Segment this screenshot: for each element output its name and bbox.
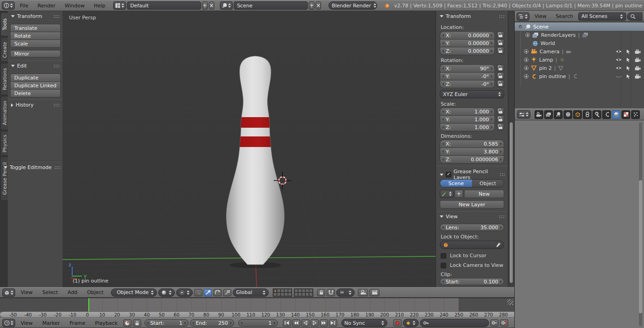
editor-type-properties-button[interactable] bbox=[517, 110, 530, 119]
auto-keyframe-button[interactable] bbox=[393, 319, 402, 327]
snap-element-select[interactable] bbox=[336, 288, 355, 297]
menu-help[interactable]: Help bbox=[90, 3, 109, 9]
menu-file[interactable]: File bbox=[16, 3, 32, 9]
lock-frame-button[interactable] bbox=[133, 319, 141, 327]
panel-header-view[interactable]: View bbox=[440, 214, 505, 220]
scale-y-field[interactable]: Y:1.000 bbox=[440, 116, 494, 123]
dimensions-y-field[interactable]: Y:3.800 bbox=[440, 148, 504, 155]
outliner-row-pin-outline[interactable]: pin outline | bbox=[515, 72, 644, 80]
lock-to-cursor-checkbox[interactable] bbox=[441, 253, 446, 259]
mirror-button[interactable]: Mirror bbox=[10, 50, 61, 57]
editor-type-3dview-button[interactable] bbox=[2, 288, 15, 297]
rotation-z-field[interactable]: Z:-0° bbox=[440, 80, 494, 88]
cursor-arrow-icon[interactable] bbox=[626, 49, 631, 55]
tab-modifiers[interactable] bbox=[592, 110, 601, 119]
gp-new-button[interactable]: New bbox=[464, 190, 504, 198]
layer-1[interactable] bbox=[273, 289, 277, 293]
outliner-row-pin-2[interactable]: pin 2 | bbox=[515, 64, 644, 72]
add-scene-button[interactable]: + bbox=[309, 1, 315, 10]
screen-layout-button[interactable] bbox=[113, 1, 126, 10]
render-engine-select[interactable]: Blender Render bbox=[328, 1, 377, 10]
scene-name-field[interactable]: Scene bbox=[234, 1, 308, 10]
tab-render-layers[interactable] bbox=[544, 110, 553, 119]
location-x-field[interactable]: X:0.00000 bbox=[440, 32, 494, 39]
properties-scrollbar[interactable] bbox=[639, 122, 642, 326]
expand-toggle[interactable] bbox=[524, 49, 529, 54]
layer-group-1[interactable] bbox=[273, 288, 292, 297]
panel-header-toggle-editmode[interactable]: Toggle Editmode bbox=[4, 164, 61, 170]
manipulator-rotate-button[interactable] bbox=[213, 289, 222, 296]
panel-header-edit[interactable]: Edit bbox=[11, 63, 60, 69]
tab-constraints[interactable] bbox=[583, 110, 592, 119]
transform-orientation-select[interactable]: Global bbox=[233, 288, 269, 297]
layout-name-field[interactable]: Default bbox=[127, 1, 201, 10]
outliner-search-input[interactable] bbox=[627, 12, 643, 21]
menu-object[interactable]: Object bbox=[83, 289, 108, 295]
panel-header-history[interactable]: History bbox=[11, 102, 60, 108]
delete-layout-button[interactable]: × bbox=[209, 1, 215, 10]
timeline-band[interactable] bbox=[0, 298, 514, 311]
menu-add[interactable]: Add bbox=[63, 289, 81, 295]
manipulator-toggle-button[interactable] bbox=[194, 289, 202, 296]
mode-select[interactable]: Object Mode bbox=[111, 288, 157, 297]
frame-end-field[interactable]: End:250 bbox=[190, 319, 234, 327]
layer-group-2[interactable] bbox=[294, 288, 313, 297]
outliner-row-camera[interactable]: Camera | bbox=[515, 47, 644, 56]
cursor-arrow-icon[interactable] bbox=[626, 57, 631, 63]
tab-animation[interactable]: Animation bbox=[0, 96, 8, 130]
outliner-row-world[interactable]: World bbox=[515, 39, 644, 47]
tab-object-data[interactable] bbox=[602, 110, 611, 119]
tab-grease-pencil[interactable]: Grease Pencil bbox=[0, 157, 8, 201]
timeline-ruler[interactable]: -50-40-30-20-100102030405060708090100110… bbox=[0, 311, 514, 318]
eyedropper-icon[interactable] bbox=[495, 242, 501, 248]
expand-toggle[interactable] bbox=[524, 57, 529, 62]
outliner-display-select[interactable]: All Scenes bbox=[578, 12, 626, 21]
delete-button[interactable]: Delete bbox=[11, 90, 60, 97]
tab-tools[interactable]: Tools bbox=[0, 12, 8, 36]
pivot-point-select[interactable] bbox=[176, 288, 193, 297]
manipulator-translate-button[interactable] bbox=[204, 289, 212, 296]
lock-location-y-button[interactable] bbox=[497, 39, 504, 46]
tab-texture[interactable] bbox=[621, 110, 630, 119]
grease-pencil-checkbox[interactable] bbox=[446, 172, 451, 177]
opengl-render-anim-button[interactable] bbox=[369, 289, 380, 296]
jump-to-end-button[interactable] bbox=[329, 319, 337, 327]
rotation-y-field[interactable]: Y:-0° bbox=[440, 73, 494, 80]
rotate-button[interactable]: Rotate bbox=[11, 32, 60, 40]
panel-header-transform-n[interactable]: Transform bbox=[440, 13, 505, 19]
lock-to-cursor-row[interactable]: Lock to Cursor bbox=[441, 253, 486, 259]
next-keyframe-button[interactable] bbox=[320, 319, 328, 327]
lock-to-scene-button[interactable] bbox=[317, 289, 325, 296]
gp-add-button[interactable]: + bbox=[454, 190, 463, 198]
keying-set-mode-select[interactable] bbox=[403, 319, 419, 327]
dimensions-z-field[interactable]: Z:0.0000006 bbox=[440, 156, 504, 163]
lens-field[interactable]: Lens:35.000 bbox=[440, 224, 504, 231]
panel-header-transform[interactable]: Transform bbox=[11, 13, 60, 19]
lock-rotation-y-button[interactable] bbox=[497, 72, 504, 79]
sync-mode-select[interactable]: No Sync bbox=[341, 319, 387, 327]
menu-view[interactable]: View bbox=[17, 289, 37, 295]
n-panel-scrollbar[interactable] bbox=[508, 11, 514, 287]
add-layout-button[interactable]: + bbox=[202, 1, 208, 10]
menu-view-timeline[interactable]: View bbox=[17, 320, 37, 326]
tab-render[interactable] bbox=[535, 110, 543, 119]
location-y-field[interactable]: Y:0.00000 bbox=[440, 40, 494, 47]
lock-scale-y-button[interactable] bbox=[497, 115, 504, 123]
menu-marker[interactable]: Marker bbox=[38, 320, 64, 326]
scale-x-field[interactable]: X:1.000 bbox=[440, 108, 494, 115]
viewport-3d[interactable]: User Persp z y x (1) pin outline bbox=[63, 11, 436, 287]
current-frame-field[interactable]: 1 bbox=[238, 319, 278, 327]
cursor-arrow-icon[interactable] bbox=[626, 65, 631, 71]
tab-particles[interactable] bbox=[631, 110, 640, 119]
viewport-shading-select[interactable] bbox=[158, 288, 175, 297]
render-restrict-icon[interactable] bbox=[635, 66, 641, 71]
render-restrict-icon[interactable] bbox=[635, 57, 641, 62]
expand-toggle[interactable] bbox=[524, 74, 529, 79]
outliner-row-lamp[interactable]: Lamp | bbox=[515, 56, 644, 64]
playhead[interactable] bbox=[88, 298, 89, 312]
lock-location-z-button[interactable] bbox=[497, 47, 504, 54]
lock-camera-row[interactable]: Lock Camera to View bbox=[441, 262, 503, 268]
play-button[interactable] bbox=[310, 319, 319, 327]
gp-tab-scene[interactable]: Scene bbox=[440, 180, 472, 187]
eye-closed-icon[interactable] bbox=[615, 74, 622, 79]
